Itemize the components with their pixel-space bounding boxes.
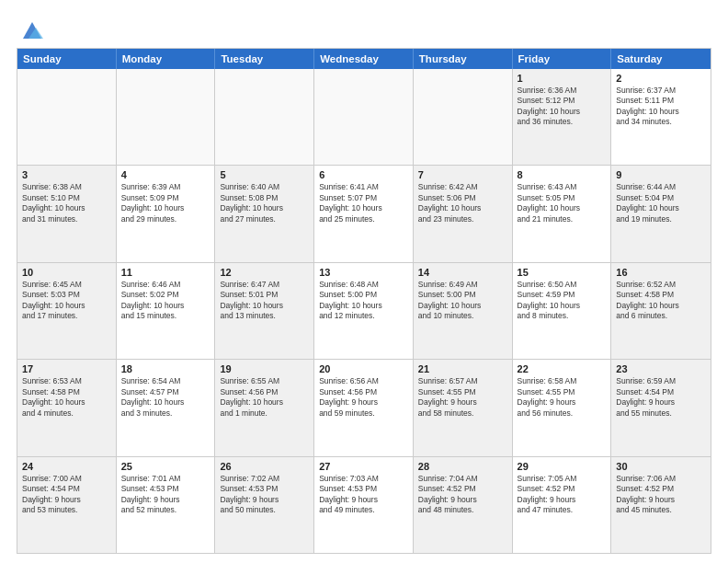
day-number: 23 [616, 363, 706, 374]
week-row-4: 24Sunrise: 7:00 AM Sunset: 4:54 PM Dayli… [17, 457, 711, 553]
day-number: 11 [121, 267, 210, 278]
day-cell [17, 69, 117, 165]
day-cell: 21Sunrise: 6:57 AM Sunset: 4:55 PM Dayli… [414, 360, 513, 455]
day-number: 7 [418, 169, 507, 180]
day-info: Sunrise: 7:00 AM Sunset: 4:54 PM Dayligh… [22, 474, 111, 516]
day-info: Sunrise: 7:04 AM Sunset: 4:52 PM Dayligh… [418, 474, 507, 516]
header-sunday: Sunday [17, 49, 117, 69]
day-cell: 9Sunrise: 6:44 AM Sunset: 5:04 PM Daylig… [611, 166, 711, 261]
header-tuesday: Tuesday [215, 49, 314, 69]
day-number: 18 [121, 363, 210, 374]
day-info: Sunrise: 6:48 AM Sunset: 5:00 PM Dayligh… [319, 280, 408, 322]
day-info: Sunrise: 7:02 AM Sunset: 4:53 PM Dayligh… [220, 474, 309, 516]
day-number: 15 [518, 267, 607, 278]
day-number: 27 [319, 461, 408, 472]
day-cell [414, 69, 513, 165]
day-number: 19 [220, 363, 309, 374]
day-number: 6 [319, 169, 408, 180]
day-cell: 10Sunrise: 6:45 AM Sunset: 5:03 PM Dayli… [17, 263, 117, 359]
day-cell: 23Sunrise: 6:59 AM Sunset: 4:54 PM Dayli… [611, 360, 711, 455]
day-cell [215, 69, 314, 165]
day-number: 14 [418, 267, 507, 278]
day-info: Sunrise: 6:43 AM Sunset: 5:05 PM Dayligh… [518, 182, 607, 224]
day-cell: 19Sunrise: 6:55 AM Sunset: 4:56 PM Dayli… [215, 360, 314, 455]
day-number: 2 [616, 73, 706, 84]
header-friday: Friday [513, 49, 612, 69]
week-row-1: 3Sunrise: 6:38 AM Sunset: 5:10 PM Daylig… [17, 166, 711, 262]
day-cell: 1Sunrise: 6:36 AM Sunset: 5:12 PM Daylig… [513, 69, 612, 165]
day-cell: 7Sunrise: 6:42 AM Sunset: 5:06 PM Daylig… [414, 166, 513, 261]
day-number: 28 [418, 461, 507, 472]
header-wednesday: Wednesday [314, 49, 414, 69]
day-info: Sunrise: 6:55 AM Sunset: 4:56 PM Dayligh… [220, 376, 309, 419]
page: SundayMondayTuesdayWednesdayThursdayFrid… [0, 0, 728, 563]
day-info: Sunrise: 7:01 AM Sunset: 4:53 PM Dayligh… [121, 474, 210, 516]
day-number: 17 [22, 363, 111, 374]
day-info: Sunrise: 6:45 AM Sunset: 5:03 PM Dayligh… [22, 280, 111, 322]
day-cell: 6Sunrise: 6:41 AM Sunset: 5:07 PM Daylig… [314, 166, 414, 261]
week-row-0: 1Sunrise: 6:36 AM Sunset: 5:12 PM Daylig… [17, 69, 711, 166]
day-number: 10 [22, 267, 111, 278]
day-info: Sunrise: 6:37 AM Sunset: 5:11 PM Dayligh… [616, 86, 706, 128]
day-number: 21 [418, 363, 507, 374]
day-cell: 14Sunrise: 6:49 AM Sunset: 5:00 PM Dayli… [414, 263, 513, 359]
day-cell: 27Sunrise: 7:03 AM Sunset: 4:53 PM Dayli… [314, 457, 414, 553]
calendar-header: SundayMondayTuesdayWednesdayThursdayFrid… [17, 49, 711, 69]
day-cell: 5Sunrise: 6:40 AM Sunset: 5:08 PM Daylig… [215, 166, 314, 261]
day-cell: 24Sunrise: 7:00 AM Sunset: 4:54 PM Dayli… [17, 457, 117, 553]
day-number: 22 [518, 363, 607, 374]
day-info: Sunrise: 6:38 AM Sunset: 5:10 PM Dayligh… [22, 182, 111, 224]
day-number: 13 [319, 267, 408, 278]
day-info: Sunrise: 6:41 AM Sunset: 5:07 PM Dayligh… [319, 182, 408, 224]
day-cell: 20Sunrise: 6:56 AM Sunset: 4:56 PM Dayli… [314, 360, 414, 455]
day-number: 1 [518, 73, 607, 84]
day-cell [314, 69, 414, 165]
day-cell: 26Sunrise: 7:02 AM Sunset: 4:53 PM Dayli… [215, 457, 314, 553]
day-number: 30 [616, 461, 706, 472]
day-cell: 2Sunrise: 6:37 AM Sunset: 5:11 PM Daylig… [611, 69, 711, 165]
day-cell: 30Sunrise: 7:06 AM Sunset: 4:52 PM Dayli… [611, 457, 711, 553]
header-thursday: Thursday [414, 49, 513, 69]
calendar-body: 1Sunrise: 6:36 AM Sunset: 5:12 PM Daylig… [17, 69, 711, 553]
day-number: 8 [518, 169, 607, 180]
header-saturday: Saturday [611, 49, 711, 69]
day-number: 3 [22, 169, 111, 180]
day-info: Sunrise: 6:52 AM Sunset: 4:58 PM Dayligh… [616, 280, 706, 322]
day-number: 9 [616, 169, 706, 180]
day-number: 4 [121, 169, 210, 180]
day-info: Sunrise: 6:47 AM Sunset: 5:01 PM Dayligh… [220, 280, 309, 322]
day-cell: 15Sunrise: 6:50 AM Sunset: 4:59 PM Dayli… [513, 263, 612, 359]
week-row-2: 10Sunrise: 6:45 AM Sunset: 5:03 PM Dayli… [17, 263, 711, 360]
day-info: Sunrise: 6:59 AM Sunset: 4:54 PM Dayligh… [616, 376, 706, 419]
logo-icon [19, 17, 45, 42]
day-info: Sunrise: 6:46 AM Sunset: 5:02 PM Dayligh… [121, 280, 210, 322]
day-cell: 22Sunrise: 6:58 AM Sunset: 4:55 PM Dayli… [513, 360, 612, 455]
day-info: Sunrise: 7:03 AM Sunset: 4:53 PM Dayligh… [319, 474, 408, 516]
day-number: 26 [220, 461, 309, 472]
day-number: 12 [220, 267, 309, 278]
day-info: Sunrise: 6:40 AM Sunset: 5:08 PM Dayligh… [220, 182, 309, 224]
day-info: Sunrise: 6:57 AM Sunset: 4:55 PM Dayligh… [418, 376, 507, 419]
day-cell: 13Sunrise: 6:48 AM Sunset: 5:00 PM Dayli… [314, 263, 414, 359]
calendar: SundayMondayTuesdayWednesdayThursdayFrid… [17, 48, 711, 554]
day-number: 5 [220, 169, 309, 180]
day-info: Sunrise: 6:36 AM Sunset: 5:12 PM Dayligh… [518, 86, 607, 128]
day-info: Sunrise: 7:06 AM Sunset: 4:52 PM Dayligh… [616, 474, 706, 516]
day-cell [117, 69, 216, 165]
day-number: 24 [22, 461, 111, 472]
day-info: Sunrise: 6:58 AM Sunset: 4:55 PM Dayligh… [518, 376, 607, 419]
day-cell: 29Sunrise: 7:05 AM Sunset: 4:52 PM Dayli… [513, 457, 612, 553]
day-info: Sunrise: 6:49 AM Sunset: 5:00 PM Dayligh… [418, 280, 507, 322]
day-number: 20 [319, 363, 408, 374]
day-info: Sunrise: 6:54 AM Sunset: 4:57 PM Dayligh… [121, 376, 210, 419]
header [17, 17, 711, 42]
day-number: 25 [121, 461, 210, 472]
day-number: 16 [616, 267, 706, 278]
day-cell: 16Sunrise: 6:52 AM Sunset: 4:58 PM Dayli… [611, 263, 711, 359]
header-monday: Monday [117, 49, 216, 69]
day-cell: 4Sunrise: 6:39 AM Sunset: 5:09 PM Daylig… [117, 166, 216, 261]
day-info: Sunrise: 6:50 AM Sunset: 4:59 PM Dayligh… [518, 280, 607, 322]
logo [17, 17, 45, 42]
day-cell: 11Sunrise: 6:46 AM Sunset: 5:02 PM Dayli… [117, 263, 216, 359]
day-cell: 17Sunrise: 6:53 AM Sunset: 4:58 PM Dayli… [17, 360, 117, 455]
